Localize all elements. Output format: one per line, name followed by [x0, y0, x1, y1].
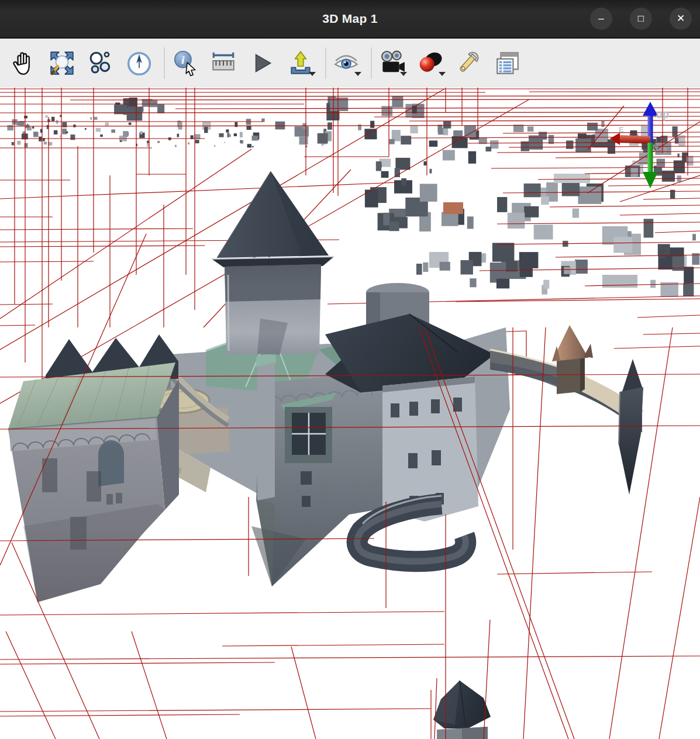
minimize-button[interactable]: –	[590, 8, 612, 30]
minimize-icon: –	[598, 13, 604, 23]
light-button[interactable]	[416, 48, 444, 78]
main-tower	[212, 171, 334, 355]
left-building	[8, 334, 179, 602]
camera-button[interactable]	[378, 48, 406, 78]
report-button[interactable]	[494, 48, 522, 78]
window-title: 3D Map 1	[322, 12, 378, 26]
toolbar: i	[0, 37, 700, 88]
zoom-circles-icon	[87, 50, 114, 77]
maximize-icon: □	[638, 13, 644, 23]
close-button[interactable]: ✕	[670, 8, 692, 30]
window-controls: – □ ✕	[590, 0, 692, 37]
map-3d-viewport[interactable]: up E N	[0, 88, 700, 739]
3d-map-window: 3D Map 1 – □ ✕	[0, 0, 700, 739]
close-icon: ✕	[677, 13, 685, 23]
toolbar-separator	[325, 47, 326, 79]
zoom-extents-button[interactable]	[48, 48, 76, 78]
axis-north-label: N	[653, 143, 658, 151]
identify-tool-button[interactable]: i	[171, 48, 199, 78]
wrench-settings-icon	[456, 50, 482, 77]
title-bar[interactable]: 3D Map 1 – □ ✕	[0, 0, 700, 37]
play-icon	[249, 50, 275, 77]
zoom-extents-icon	[49, 50, 75, 77]
toolbar-separator	[164, 47, 165, 79]
compass-icon	[126, 50, 153, 77]
identify-cursor-icon: i	[171, 50, 198, 77]
dropdown-caret-icon	[309, 72, 316, 76]
dropdown-caret-icon	[400, 72, 407, 76]
bottom-turret	[433, 681, 491, 739]
axis-east-label: E	[619, 125, 624, 134]
dropdown-caret-icon	[354, 72, 361, 76]
map-scene: up E N	[0, 88, 700, 739]
castle-3d-model	[8, 171, 643, 739]
pan-hand-icon	[10, 50, 37, 77]
play-button[interactable]	[248, 48, 276, 78]
report-table-icon	[494, 50, 521, 77]
view-button[interactable]	[332, 48, 360, 78]
compass-button[interactable]	[125, 48, 153, 78]
measure-tool-button[interactable]	[209, 48, 237, 78]
pan-tool-button[interactable]	[9, 48, 37, 78]
toolbar-separator	[371, 47, 372, 79]
zoom-circles-button[interactable]	[87, 48, 115, 78]
maximize-button[interactable]: □	[630, 8, 652, 30]
axis-east-arrow	[620, 135, 650, 144]
svg-text:i: i	[181, 53, 185, 66]
dropdown-caret-icon	[439, 72, 446, 76]
settings-button[interactable]	[455, 48, 483, 78]
export-button[interactable]	[287, 48, 315, 78]
measure-ruler-icon	[210, 50, 237, 77]
axis-up-label: up	[656, 109, 669, 120]
